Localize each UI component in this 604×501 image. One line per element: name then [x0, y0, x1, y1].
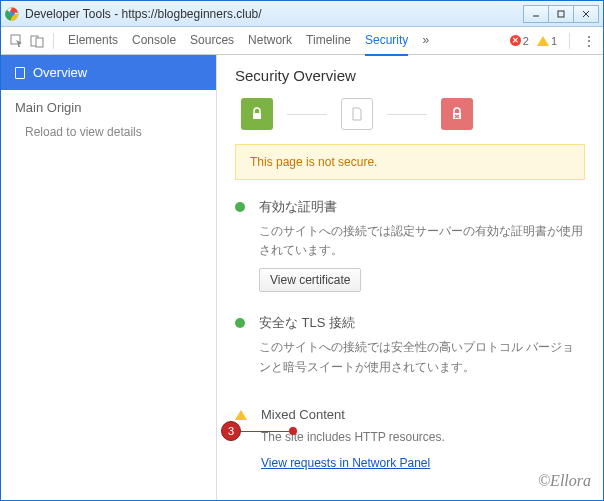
insecure-banner: This page is not secure.: [235, 144, 585, 180]
status-dot-green-icon: [235, 202, 245, 212]
lock-insecure-icon: [441, 98, 473, 130]
tab-timeline[interactable]: Timeline: [306, 26, 351, 56]
sidebar-main-origin-header: Main Origin: [1, 90, 216, 121]
separator: [569, 33, 570, 49]
status-connector: [287, 114, 327, 115]
status-warn-icon: [235, 410, 247, 420]
panel-tabs: Elements Console Sources Network Timelin…: [62, 26, 506, 56]
view-certificate-button[interactable]: View certificate: [259, 268, 361, 292]
security-item-tls: 安全な TLS 接続 このサイトへの接続では安全性の高いプロトコル バージョンと…: [235, 314, 585, 384]
maximize-button[interactable]: [548, 5, 574, 23]
status-connector: [387, 114, 427, 115]
security-item-mixed: Mixed Content The site includes HTTP res…: [235, 407, 585, 470]
sidebar-overview[interactable]: Overview: [1, 55, 216, 90]
svg-rect-8: [36, 38, 43, 47]
annotation-line: [241, 431, 289, 432]
cert-title: 有効な証明書: [259, 198, 585, 216]
file-icon: [15, 67, 25, 79]
window-controls: [524, 5, 599, 23]
warning-icon: [537, 36, 549, 46]
warning-count: 1: [551, 35, 557, 47]
warning-count-badge[interactable]: 1: [537, 35, 557, 47]
status-dot-green-icon: [235, 318, 245, 328]
tab-overflow[interactable]: »: [422, 26, 429, 56]
page-title: Security Overview: [235, 67, 585, 84]
tab-sources[interactable]: Sources: [190, 26, 234, 56]
device-icon[interactable]: [29, 33, 45, 49]
separator: [53, 33, 54, 49]
error-count: 2: [523, 35, 529, 47]
watermark: ©Ellora: [538, 472, 591, 490]
security-status-row: [235, 98, 585, 130]
tls-desc: このサイトへの接続では安全性の高いプロトコル バージョンと暗号スイートが使用され…: [259, 338, 585, 376]
inspect-icon[interactable]: [9, 33, 25, 49]
tab-network[interactable]: Network: [248, 26, 292, 56]
annotation-dot: [289, 427, 297, 435]
kebab-menu-icon[interactable]: ⋮: [582, 33, 595, 49]
devtools-toolbar: Elements Console Sources Network Timelin…: [1, 27, 603, 55]
error-count-badge[interactable]: ✕2: [510, 35, 529, 47]
tab-console[interactable]: Console: [132, 26, 176, 56]
tls-title: 安全な TLS 接続: [259, 314, 585, 332]
security-main-panel: Security Overview This page is not secur…: [217, 55, 603, 500]
minimize-button[interactable]: [523, 5, 549, 23]
mixed-title: Mixed Content: [261, 407, 445, 422]
tab-elements[interactable]: Elements: [68, 26, 118, 56]
tab-security[interactable]: Security: [365, 26, 408, 56]
chrome-icon: [5, 7, 19, 21]
security-sidebar: Overview Main Origin Reload to view deta…: [1, 55, 217, 500]
file-neutral-icon: [341, 98, 373, 130]
overview-label: Overview: [33, 65, 87, 80]
svg-rect-3: [558, 11, 564, 17]
error-icon: ✕: [510, 35, 521, 46]
sidebar-reload-hint: Reload to view details: [1, 121, 216, 149]
cert-desc: このサイトへの接続では認定サーバーの有効な証明書が使用されています。: [259, 222, 585, 260]
svg-rect-9: [253, 113, 261, 119]
window-titlebar: Developer Tools - https://blogbeginners.…: [1, 1, 603, 27]
annotation-badge: 3: [221, 421, 241, 441]
lock-secure-icon: [241, 98, 273, 130]
close-button[interactable]: [573, 5, 599, 23]
security-item-certificate: 有効な証明書 このサイトへの接続では認定サーバーの有効な証明書が使用されています…: [235, 198, 585, 292]
view-requests-link[interactable]: View requests in Network Panel: [261, 456, 430, 470]
window-title: Developer Tools - https://blogbeginners.…: [23, 7, 524, 21]
